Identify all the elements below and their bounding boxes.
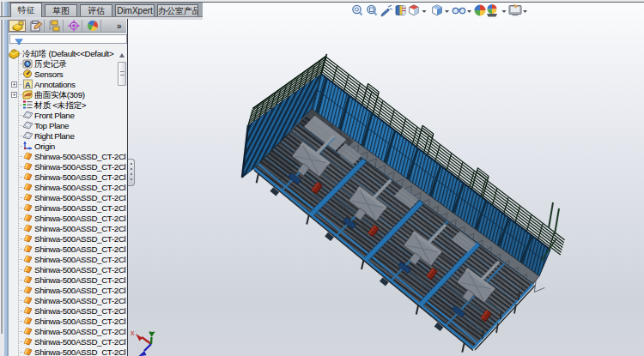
svg-text:x: x: [131, 329, 135, 337]
svg-text:A: A: [25, 81, 31, 89]
